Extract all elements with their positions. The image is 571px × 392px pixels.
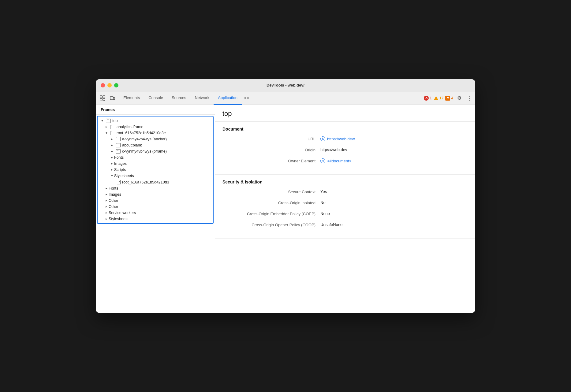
frames-header: Frames [96, 105, 215, 115]
svg-text:!: ! [436, 97, 437, 100]
settings-icon[interactable]: ⚙ [455, 94, 464, 102]
tree-label-scripts-inner: Scripts [114, 168, 126, 172]
error-icon: ✕ [424, 96, 429, 101]
tree-label-images-inner: Images [114, 161, 127, 166]
expand-arrow-service-workers [104, 211, 109, 215]
coop-value: UnsafeNone [320, 222, 342, 227]
origin-label: Origin [222, 147, 320, 152]
expand-arrow-other-2 [104, 205, 109, 209]
tab-elements[interactable]: Elements [119, 91, 144, 105]
tree-item-about-blank[interactable]: about:blank [98, 142, 213, 148]
frame-icon-a-frame [116, 137, 121, 141]
tree-item-fonts-inner[interactable]: Fonts [98, 154, 213, 161]
tree-item-a-frame[interactable]: a-vynmy4vb4wys (anchor) [98, 136, 213, 142]
warning-icon: ! [434, 96, 439, 101]
tree-label-images-outer: Images [109, 192, 121, 197]
expand-arrow-a-frame [110, 137, 114, 141]
tree-item-images-inner[interactable]: Images [98, 161, 213, 167]
coep-value: None [320, 211, 330, 216]
tree-item-other-2[interactable]: Other [98, 204, 213, 210]
tree-label-fonts-inner: Fonts [114, 155, 124, 160]
coep-label: Cross-Origin Embedder Policy (COEP) [222, 211, 320, 216]
security-section-title: Security & Isolation [222, 179, 468, 184]
tab-application[interactable]: Application [214, 91, 242, 105]
expand-arrow-fonts-inner [110, 155, 114, 160]
tab-console[interactable]: Console [144, 91, 167, 105]
tree-label-about: about:blank [122, 143, 142, 147]
minimize-button[interactable] [107, 83, 112, 87]
tree-label-fonts-outer: Fonts [109, 186, 118, 190]
tree-item-root[interactable]: root_616a752e1b5d4210d3e [98, 130, 213, 136]
tabs: Elements Console Sources Network Applica… [119, 91, 424, 105]
secure-context-value: Yes [320, 189, 327, 194]
traffic-lights [101, 83, 118, 87]
tree-label-stylesheet-file: root_616a752e1b5d4210d3 [122, 180, 169, 184]
right-panel: top Document URL https://web.dev/ Origin… [215, 105, 475, 313]
coop-row: Cross-Origin Opener Policy (COOP) Unsafe… [222, 222, 468, 230]
tree-item-other-1[interactable]: Other [98, 198, 213, 204]
device-toggle-icon[interactable] [108, 94, 117, 102]
tree-item-c-frame[interactable]: c-vynmy4vb4wys (bframe) [98, 148, 213, 154]
owner-element-link[interactable]: <#document> [327, 159, 352, 163]
svg-rect-3 [103, 98, 105, 101]
tree-item-scripts-inner[interactable]: Scripts [98, 167, 213, 173]
document-section-title: Document [222, 127, 468, 131]
expand-arrow-analytics [104, 125, 109, 129]
expand-arrow-scripts-inner [110, 168, 114, 172]
inspect-icon[interactable] [98, 94, 107, 102]
expand-arrow-stylesheets-outer [104, 217, 109, 221]
tree-label-root: root_616a752e1b5d4210d3e [117, 131, 166, 135]
doc-icon: ⊙ [320, 158, 325, 163]
expand-arrow-root [104, 131, 109, 135]
tab-sources[interactable]: Sources [167, 91, 191, 105]
tree-label-stylesheets-inner: Stylesheets [114, 174, 134, 178]
tree-item-stylesheets-outer[interactable]: Stylesheets [98, 216, 213, 222]
frame-icon-c-frame [116, 149, 121, 153]
expand-arrow-c-frame [110, 149, 114, 153]
expand-arrow-images-outer [104, 192, 109, 197]
tab-network[interactable]: Network [191, 91, 214, 105]
tree-item-fonts-outer[interactable]: Fonts [98, 185, 213, 191]
flag-icon: ⚑ [445, 96, 450, 101]
url-icon [320, 136, 325, 141]
more-tabs-button[interactable]: >> [242, 93, 251, 103]
frame-icon-analytics [110, 125, 115, 129]
owner-element-value: ⊙ <#document> [320, 158, 352, 163]
tree-item-stylesheet-file[interactable]: root_616a752e1b5d4210d3 [98, 179, 213, 185]
tree-item-analytics[interactable]: analytics-iframe [98, 124, 213, 130]
tree-label-c-frame: c-vynmy4vb4wys (bframe) [122, 149, 167, 153]
more-options-icon[interactable]: ⋮ [465, 94, 473, 102]
window-title: DevTools - web.dev/ [267, 83, 304, 87]
tree-item-top[interactable]: top [98, 118, 213, 124]
svg-rect-1 [103, 96, 105, 98]
security-section: Security & Isolation Secure Context Yes … [215, 175, 475, 239]
page-title: top [215, 105, 475, 122]
warning-badge[interactable]: ! 17 [434, 96, 443, 101]
expand-arrow-fonts-outer [104, 186, 109, 190]
tree-label-other-1: Other [109, 198, 118, 203]
secure-context-row: Secure Context Yes [222, 189, 468, 197]
url-link[interactable]: https://web.dev/ [327, 137, 355, 141]
error-badge[interactable]: ✕ 1 [424, 96, 432, 101]
maximize-button[interactable] [114, 83, 118, 87]
svg-rect-0 [100, 96, 102, 98]
expand-arrow-about [110, 143, 114, 147]
url-value: https://web.dev/ [320, 136, 355, 141]
url-label: URL [222, 136, 320, 141]
tree-label-a-frame: a-vynmy4vb4wys (anchor) [122, 137, 167, 141]
cross-origin-isolated-value: No [320, 200, 326, 205]
tree-label-other-2: Other [109, 205, 118, 209]
tree-item-service-workers[interactable]: Service workers [98, 210, 213, 216]
flag-badge[interactable]: ⚑ 4 [445, 96, 453, 101]
owner-element-row: Owner Element ⊙ <#document> [222, 158, 468, 166]
close-button[interactable] [101, 83, 105, 87]
expand-arrow-top [100, 119, 104, 123]
tree-label-analytics: analytics-iframe [117, 125, 144, 129]
tree-item-images-outer[interactable]: Images [98, 191, 213, 198]
svg-rect-5 [113, 98, 115, 100]
coop-label: Cross-Origin Opener Policy (COOP) [222, 222, 320, 227]
origin-value: https://web.dev [320, 147, 347, 152]
tree-item-stylesheets-inner[interactable]: Stylesheets [98, 173, 213, 179]
tree-label-service-workers: Service workers [109, 211, 136, 215]
frame-icon-about [116, 143, 121, 147]
